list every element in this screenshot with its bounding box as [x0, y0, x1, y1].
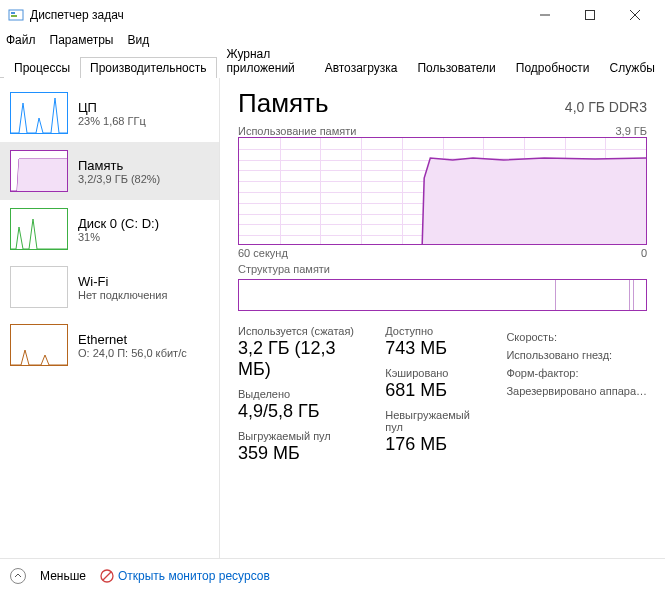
- disk-thumb: [10, 208, 68, 250]
- svg-rect-2: [11, 15, 17, 17]
- speed-label: Скорость:: [506, 331, 647, 343]
- content: ЦП23% 1,68 ГГц Память3,2/3,9 ГБ (82%) Ди…: [0, 78, 665, 558]
- sidebar-disk-sub: 31%: [78, 231, 159, 243]
- close-button[interactable]: [612, 0, 657, 30]
- sidebar-item-cpu[interactable]: ЦП23% 1,68 ГГц: [0, 84, 219, 142]
- main-title: Память: [238, 88, 329, 119]
- sidebar-item-memory[interactable]: Память3,2/3,9 ГБ (82%): [0, 142, 219, 200]
- form-label: Форм-фактор:: [506, 367, 647, 379]
- menu-view[interactable]: Вид: [127, 33, 149, 47]
- memory-usage-chart[interactable]: [238, 137, 647, 245]
- sidebar-cpu-title: ЦП: [78, 100, 146, 115]
- menubar: Файл Параметры Вид: [0, 30, 665, 50]
- resource-monitor-icon: [100, 569, 114, 583]
- menu-file[interactable]: Файл: [6, 33, 36, 47]
- committed-label: Выделено: [238, 388, 355, 400]
- titlebar: Диспетчер задач: [0, 0, 665, 30]
- nonpaged-label: Невыгружаемый пул: [385, 409, 476, 433]
- usage-label: Использование памяти: [238, 125, 356, 137]
- tab-performance[interactable]: Производительность: [80, 57, 216, 78]
- fewer-details-label[interactable]: Меньше: [40, 569, 86, 583]
- cpu-thumb: [10, 92, 68, 134]
- sidebar-item-ethernet[interactable]: EthernetО: 24,0 П: 56,0 кбит/с: [0, 316, 219, 374]
- open-resource-monitor-link[interactable]: Открыть монитор ресурсов: [100, 569, 270, 583]
- svg-marker-8: [239, 158, 646, 245]
- cached-label: Кэшировано: [385, 367, 476, 379]
- in-use-label: Используется (сжатая): [238, 325, 355, 337]
- sidebar-eth-sub: О: 24,0 П: 56,0 кбит/с: [78, 347, 187, 359]
- tab-users[interactable]: Пользователи: [407, 57, 505, 78]
- menu-options[interactable]: Параметры: [50, 33, 114, 47]
- footer: Меньше Открыть монитор ресурсов: [0, 558, 665, 592]
- svg-line-10: [103, 572, 111, 580]
- available-value: 743 МБ: [385, 338, 476, 359]
- axis-left: 60 секунд: [238, 247, 288, 259]
- stats: Используется (сжатая) 3,2 ГБ (12,3 МБ) В…: [238, 325, 647, 464]
- ethernet-thumb: [10, 324, 68, 366]
- tab-app-history[interactable]: Журнал приложений: [217, 43, 315, 78]
- memory-thumb: [10, 150, 68, 192]
- tab-processes[interactable]: Процессы: [4, 57, 80, 78]
- svg-rect-4: [585, 10, 594, 19]
- sidebar-item-disk[interactable]: Диск 0 (C: D:)31%: [0, 200, 219, 258]
- usage-max: 3,9 ГБ: [615, 125, 647, 137]
- paged-label: Выгружаемый пул: [238, 430, 355, 442]
- sidebar-memory-title: Память: [78, 158, 160, 173]
- sidebar: ЦП23% 1,68 ГГц Память3,2/3,9 ГБ (82%) Ди…: [0, 78, 220, 558]
- sidebar-cpu-sub: 23% 1,68 ГГц: [78, 115, 146, 127]
- svg-rect-1: [11, 12, 15, 14]
- window-title: Диспетчер задач: [30, 8, 124, 22]
- composition-label: Структура памяти: [238, 263, 330, 275]
- wifi-thumb: [10, 266, 68, 308]
- sidebar-eth-title: Ethernet: [78, 332, 187, 347]
- sidebar-disk-title: Диск 0 (C: D:): [78, 216, 159, 231]
- open-resource-monitor-text: Открыть монитор ресурсов: [118, 569, 270, 583]
- tabs: Процессы Производительность Журнал прило…: [0, 54, 665, 78]
- in-use-value: 3,2 ГБ (12,3 МБ): [238, 338, 355, 380]
- committed-value: 4,9/5,8 ГБ: [238, 401, 355, 422]
- sidebar-item-wifi[interactable]: Wi-FiНет подключения: [0, 258, 219, 316]
- tab-startup[interactable]: Автозагрузка: [315, 57, 408, 78]
- main-panel: Память 4,0 ГБ DDR3 Использование памяти …: [220, 78, 665, 558]
- sidebar-wifi-title: Wi-Fi: [78, 274, 167, 289]
- cached-value: 681 МБ: [385, 380, 476, 401]
- sidebar-memory-sub: 3,2/3,9 ГБ (82%): [78, 173, 160, 185]
- nonpaged-value: 176 МБ: [385, 434, 476, 455]
- maximize-button[interactable]: [567, 0, 612, 30]
- tab-services[interactable]: Службы: [600, 57, 665, 78]
- sidebar-wifi-sub: Нет подключения: [78, 289, 167, 301]
- axis-right: 0: [641, 247, 647, 259]
- main-subtitle: 4,0 ГБ DDR3: [565, 99, 647, 115]
- memory-composition-bar[interactable]: [238, 279, 647, 311]
- reserved-label: Зарезервировано аппара…: [506, 385, 647, 397]
- app-icon: [8, 7, 24, 23]
- available-label: Доступно: [385, 325, 476, 337]
- svg-marker-7: [11, 159, 68, 192]
- minimize-button[interactable]: [522, 0, 567, 30]
- slots-label: Использовано гнезд:: [506, 349, 647, 361]
- fewer-details-chevron-icon[interactable]: [10, 568, 26, 584]
- paged-value: 359 МБ: [238, 443, 355, 464]
- tab-details[interactable]: Подробности: [506, 57, 600, 78]
